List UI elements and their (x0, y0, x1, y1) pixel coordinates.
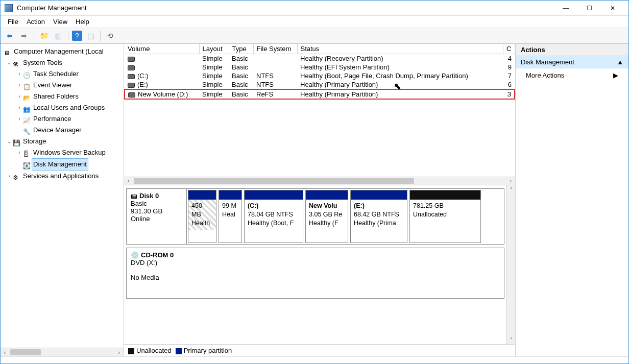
col-filesystem[interactable]: File System (253, 44, 297, 54)
actions-pane: Actions Disk Management ▲ More Actions ▶ (515, 44, 628, 356)
app-icon (5, 4, 13, 12)
expand-icon[interactable]: › (16, 102, 23, 113)
back-button[interactable]: ⬅ (4, 30, 16, 42)
expand-icon[interactable]: › (16, 80, 23, 91)
menu-action[interactable]: Action (27, 18, 45, 26)
volume-row[interactable]: (E:)SimpleBasicNTFSHealthy (Primary Part… (125, 80, 515, 89)
nav-tree[interactable]: 🖥 Computer Management (Local ⌄ 🛠 System … (1, 44, 124, 348)
toolbar-separator (68, 31, 68, 41)
minimize-button[interactable]: — (554, 1, 577, 16)
col-layout[interactable]: Layout (199, 44, 229, 54)
content-pane: Volume Layout Type File System Status C … (124, 44, 515, 356)
disk0-partitions: 450 MBHealth99 MHeal(C:)78.04 GB NTFSHea… (187, 189, 504, 244)
col-type[interactable]: Type (229, 44, 253, 54)
storage-icon: 💾 (13, 137, 21, 145)
tree-task-scheduler[interactable]: › 🕑 Task Scheduler (2, 68, 123, 80)
col-volume[interactable]: Volume (125, 44, 199, 54)
disk-row-disk0[interactable]: 🖴Disk 0 Basic 931.30 GB Online 450 MBHea… (126, 188, 504, 245)
refresh-button[interactable]: ⟲ (104, 30, 116, 42)
cdrom-icon: 💿 (131, 251, 139, 259)
toolbar: ⬅ ➡ 📁 ▦ ? ▤ ⟲ (1, 28, 628, 43)
collapse-icon[interactable]: ⌄ (6, 57, 13, 68)
actions-more-actions[interactable]: More Actions ▶ (516, 68, 628, 82)
tree-storage[interactable]: ⌄ 💾 Storage (2, 136, 123, 147)
tree-device-manager[interactable]: 🔧 Device Manager (2, 125, 123, 136)
event-icon: 📋 (23, 81, 31, 89)
backup-icon: 🗄 (23, 149, 31, 157)
volume-icon (128, 57, 135, 62)
legend-primary-swatch (176, 348, 182, 354)
computer-icon: 🖥 (4, 47, 12, 56)
scroll-right-button[interactable]: › (506, 178, 515, 184)
tree-local-users[interactable]: › 👥 Local Users and Groups (2, 102, 123, 113)
expand-icon[interactable]: › (6, 171, 13, 182)
folder-icon: 📂 (23, 92, 31, 101)
tree-services-apps[interactable]: › ⚙ Services and Applications (2, 171, 123, 182)
toolbar-separator (34, 31, 34, 41)
window-title: Computer Management (17, 4, 554, 12)
cdrom0-info: 💿CD-ROM 0 DVD (X:) No Media (127, 248, 187, 298)
tree-shared-folders[interactable]: › 📂 Shared Folders (2, 91, 123, 102)
volume-list[interactable]: Volume Layout Type File System Status C … (124, 44, 515, 177)
partition[interactable]: (E:)68.42 GB NTFSHealthy (Prima (350, 190, 407, 243)
expand-icon[interactable]: › (16, 91, 23, 102)
menu-help[interactable]: Help (76, 18, 89, 26)
tools-icon: 🛠 (13, 59, 21, 67)
partition[interactable]: 99 MHeal (219, 190, 242, 243)
tree-performance[interactable]: › 📈 Performance (2, 113, 123, 125)
partition[interactable]: New Volu3.05 GB ReHealthy (F (305, 190, 348, 243)
view-button[interactable]: ▤ (84, 30, 96, 42)
scroll-up-button[interactable]: ˄ (510, 185, 513, 194)
disk-v-scrollbar[interactable]: ˄ ˅ (506, 185, 515, 344)
collapse-icon[interactable]: ⌄ (6, 136, 13, 147)
disk-graphic-area: 🖴Disk 0 Basic 931.30 GB Online 450 MBHea… (124, 185, 515, 344)
menu-file[interactable]: File (8, 18, 18, 26)
col-status[interactable]: Status (297, 44, 503, 54)
volume-icon (128, 83, 135, 88)
users-icon: 👥 (23, 104, 31, 112)
partition[interactable]: 450 MBHealth (188, 190, 216, 243)
scroll-down-button[interactable]: ˅ (510, 335, 513, 344)
scroll-left-button[interactable]: ‹ (1, 350, 9, 355)
actions-section-disk-management[interactable]: Disk Management ▲ (516, 56, 628, 68)
partition[interactable]: (C:)78.04 GB NTFSHealthy (Boot, F (244, 190, 303, 243)
volume-icon (128, 65, 135, 70)
tree-system-tools[interactable]: ⌄ 🛠 System Tools (2, 57, 123, 68)
volume-row[interactable]: New Volume (D:)SimpleBasicReFSHealthy (P… (125, 89, 515, 99)
scroll-thumb[interactable] (10, 349, 41, 355)
partition[interactable]: 781.25 GBUnallocated (409, 190, 481, 243)
volume-row[interactable]: SimpleBasicHealthy (Recovery Partition)4 (125, 54, 515, 63)
disk-icon: 💽 (23, 160, 31, 168)
close-button[interactable]: ✕ (601, 1, 624, 16)
volume-row[interactable]: SimpleBasicHealthy (EFI System Partition… (125, 63, 515, 71)
tree-h-scrollbar[interactable]: ‹ › (1, 348, 124, 356)
main-area: 🖥 Computer Management (Local ⌄ 🛠 System … (1, 43, 628, 356)
forward-button[interactable]: ➡ (18, 30, 30, 42)
tree-root[interactable]: 🖥 Computer Management (Local (2, 46, 123, 57)
scroll-right-button[interactable]: › (115, 350, 124, 355)
disk-row-cdrom0[interactable]: 💿CD-ROM 0 DVD (X:) No Media (126, 248, 504, 299)
help-button[interactable]: ? (72, 31, 82, 41)
clock-icon: 🕑 (23, 70, 31, 78)
perf-icon: 📈 (23, 115, 31, 123)
col-capacity[interactable]: C (503, 44, 515, 54)
show-hide-tree-button[interactable]: 📁 (38, 30, 50, 42)
tree-event-viewer[interactable]: › 📋 Event Viewer (2, 80, 123, 91)
menu-view[interactable]: View (53, 18, 67, 26)
expand-icon[interactable]: › (16, 113, 23, 125)
nav-tree-pane: 🖥 Computer Management (Local ⌄ 🛠 System … (1, 44, 124, 356)
scroll-left-button[interactable]: ‹ (124, 178, 133, 184)
scroll-thumb[interactable] (134, 178, 414, 184)
legend: Unallocated Primary partition (124, 344, 515, 356)
maximize-button[interactable]: ☐ (577, 1, 601, 16)
tree-server-backup[interactable]: › 🗄 Windows Server Backup (2, 147, 123, 158)
status-bar (1, 356, 628, 361)
expand-icon[interactable]: › (16, 68, 23, 80)
volume-h-scrollbar[interactable]: ‹ › (124, 177, 515, 185)
expand-icon[interactable]: › (16, 147, 23, 158)
properties-button[interactable]: ▦ (52, 30, 64, 42)
tree-disk-management[interactable]: 💽 Disk Management (2, 158, 123, 171)
services-icon: ⚙ (13, 172, 21, 180)
volume-row[interactable]: (C:)SimpleBasicNTFSHealthy (Boot, Page F… (125, 71, 515, 80)
disk0-info: 🖴Disk 0 Basic 931.30 GB Online (127, 189, 187, 244)
